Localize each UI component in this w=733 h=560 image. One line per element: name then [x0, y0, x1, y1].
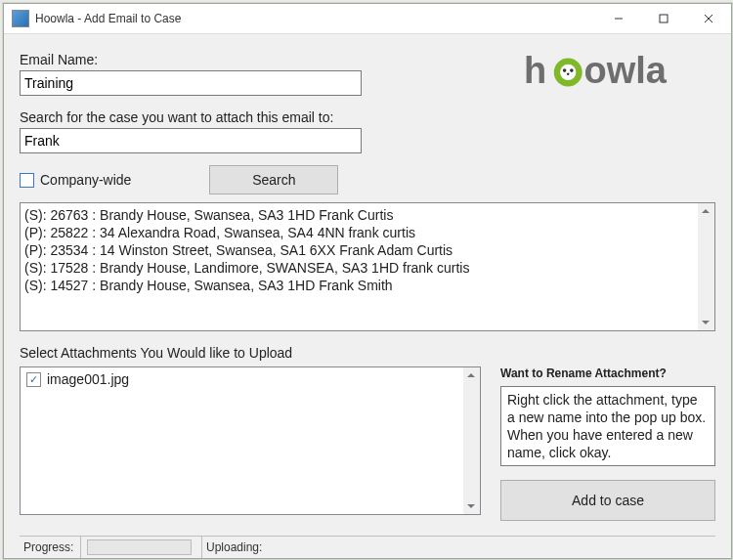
- result-row[interactable]: (S): 17528 : Brandy House, Landimore, SW…: [24, 259, 693, 277]
- close-button[interactable]: [686, 4, 731, 33]
- attachments-label: Select Attachments You Would like to Upl…: [20, 345, 715, 361]
- dialog-window: Hoowla - Add Email to Case Email Name: S…: [3, 3, 732, 559]
- result-row[interactable]: (S): 14527 : Brandy House, Swansea, SA3 …: [24, 277, 693, 294]
- rename-column: Want to Rename Attachment? Right click t…: [500, 366, 715, 521]
- add-to-case-button[interactable]: Add to case: [500, 480, 715, 521]
- result-row[interactable]: (S): 26763 : Brandy House, Swansea, SA3 …: [24, 206, 693, 224]
- results-list[interactable]: (S): 26763 : Brandy House, Swansea, SA3 …: [20, 202, 715, 331]
- attachments-inner: ✓ image001.jpg: [21, 367, 462, 514]
- progress-bar: [87, 539, 192, 555]
- result-row[interactable]: (P): 23534 : 14 Winston Street, Swansea,…: [24, 241, 693, 259]
- attachment-item[interactable]: ✓ image001.jpg: [26, 371, 456, 387]
- email-name-input[interactable]: [20, 70, 362, 96]
- attachments-scrollbar[interactable]: [463, 367, 480, 514]
- svg-text:owla: owla: [584, 50, 668, 91]
- company-wide-checkbox[interactable]: Company-wide: [20, 172, 131, 188]
- hoowla-logo-svg: h owla: [524, 48, 710, 95]
- svg-point-8: [570, 68, 574, 72]
- close-icon: [704, 14, 713, 23]
- top-row: Email Name: Search for the case you want…: [20, 48, 715, 153]
- attachment-name: image001.jpg: [47, 371, 129, 387]
- app-icon: [12, 10, 29, 27]
- uploading-label: Uploading:: [202, 537, 715, 558]
- maximize-button[interactable]: [641, 4, 686, 33]
- minimize-icon: [614, 14, 624, 23]
- svg-text:h: h: [524, 50, 546, 91]
- rename-help-text: Right click the attachment, type a new n…: [500, 386, 715, 466]
- svg-point-6: [560, 65, 576, 80]
- results-inner: (S): 26763 : Brandy House, Swansea, SA3 …: [21, 203, 697, 330]
- window-controls: [596, 4, 731, 33]
- top-left-column: Email Name: Search for the case you want…: [20, 48, 524, 153]
- checkbox-box-icon: [20, 173, 34, 188]
- progress-label: Progress:: [20, 537, 81, 558]
- attachment-checkbox-icon: ✓: [26, 372, 41, 387]
- search-button[interactable]: Search: [209, 165, 338, 194]
- attachments-list[interactable]: ✓ image001.jpg: [20, 366, 481, 515]
- email-name-label: Email Name:: [20, 52, 524, 67]
- search-label: Search for the case you want to attach t…: [20, 109, 524, 125]
- progress-cell: [81, 537, 202, 558]
- svg-rect-1: [660, 15, 668, 22]
- rename-label: Want to Rename Attachment?: [500, 366, 715, 380]
- bottom-row: ✓ image001.jpg Want to Rename Attachment…: [20, 366, 715, 521]
- hoowla-logo: h owla: [524, 48, 710, 98]
- status-bar: Progress: Uploading:: [20, 536, 715, 558]
- result-row[interactable]: (P): 25822 : 34 Alexandra Road, Swansea,…: [24, 224, 693, 241]
- client-area: Email Name: Search for the case you want…: [4, 34, 731, 558]
- svg-point-7: [563, 68, 567, 72]
- search-row: Company-wide Search: [20, 165, 715, 194]
- search-input[interactable]: [20, 128, 362, 153]
- results-scrollbar[interactable]: [698, 203, 714, 330]
- title-bar: Hoowla - Add Email to Case: [4, 4, 731, 34]
- maximize-icon: [659, 14, 668, 23]
- company-wide-label: Company-wide: [40, 172, 131, 188]
- svg-point-9: [567, 72, 570, 75]
- window-title: Hoowla - Add Email to Case: [35, 12, 596, 25]
- minimize-button[interactable]: [596, 4, 641, 33]
